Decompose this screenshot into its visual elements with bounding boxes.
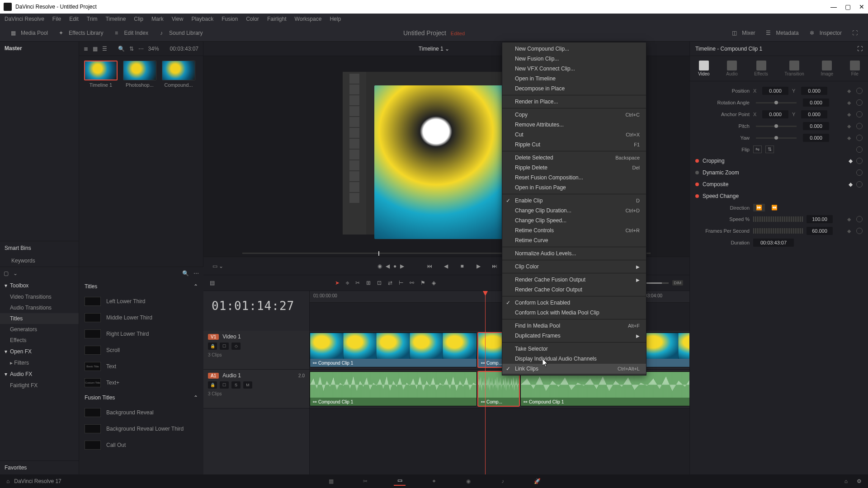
title-text-plus[interactable]: Custom TitleText+ bbox=[79, 375, 203, 391]
context-link-clips[interactable]: ✓Link ClipsCtrl+Alt+L bbox=[502, 364, 646, 374]
selection-tool-icon[interactable]: ➤ bbox=[335, 280, 340, 286]
clip-timeline1[interactable]: Timeline 1 bbox=[84, 61, 118, 88]
audio-clip-3[interactable]: ⚯Compound Clip 1 bbox=[520, 371, 689, 406]
tab-effects[interactable]: Effects bbox=[754, 61, 768, 76]
title-middle-lower-third[interactable]: Middle Lower Third bbox=[79, 310, 203, 326]
menu-file[interactable]: File bbox=[52, 16, 61, 22]
context-ripple-delete[interactable]: Ripple DeleteDel bbox=[502, 163, 646, 173]
menu-trim[interactable]: Trim bbox=[87, 16, 98, 22]
context-open-in-fusion-page[interactable]: Open in Fusion Page bbox=[502, 183, 646, 192]
fx-panel-icon[interactable]: ▢ bbox=[4, 270, 9, 277]
a1-badge[interactable]: A1 bbox=[208, 373, 219, 379]
composite-section[interactable]: Composite◆ bbox=[695, 178, 863, 190]
next-frame-button[interactable]: ⏭ bbox=[490, 262, 499, 271]
position-y-input[interactable]: 0.000 bbox=[801, 87, 827, 95]
flip-h-button[interactable]: ⇋ bbox=[753, 145, 762, 153]
keyframe-icon[interactable]: ◆ bbox=[847, 88, 853, 94]
minimize-button[interactable]: — bbox=[830, 3, 837, 10]
link-icon[interactable]: ⚯ bbox=[410, 280, 414, 286]
page-fairlight[interactable]: ♪ bbox=[497, 477, 509, 486]
openfx-header[interactable]: ▾Open FX bbox=[0, 346, 79, 357]
page-color[interactable]: ◉ bbox=[462, 477, 474, 486]
audiofx-header[interactable]: ▾Audio FX bbox=[0, 368, 79, 380]
track-disable-icon[interactable]: ◇ bbox=[231, 343, 241, 350]
auto-select-icon[interactable]: ☐ bbox=[220, 343, 229, 350]
audio-clip-1[interactable]: ⚯Compound Clip 1 bbox=[310, 371, 477, 406]
favorites-header[interactable]: Favorites bbox=[0, 460, 79, 474]
list-view-icon[interactable]: ≣ bbox=[84, 46, 88, 52]
position-x-input[interactable]: 0.000 bbox=[762, 87, 788, 95]
titles-section-header[interactable]: Titles⌃ bbox=[79, 280, 203, 293]
prev-frame-button[interactable]: ◀ bbox=[441, 262, 450, 271]
dynamic-zoom-section[interactable]: Dynamic Zoom bbox=[695, 167, 863, 178]
close-button[interactable]: ✕ bbox=[859, 3, 864, 10]
smart-bins-header[interactable]: Smart Bins bbox=[0, 241, 79, 255]
fx-search-icon[interactable]: 🔍 bbox=[182, 270, 189, 277]
effects-library-button[interactable]: ✦ Effects Library bbox=[52, 27, 108, 39]
edit-index-button[interactable]: ≡ Edit Index bbox=[108, 27, 153, 39]
tab-file[interactable]: File bbox=[850, 61, 860, 76]
menu-color[interactable]: Color bbox=[246, 16, 259, 22]
match-frame-icon[interactable]: ◉ bbox=[377, 263, 382, 269]
fx-options-icon[interactable]: ⋯ bbox=[193, 270, 199, 277]
fx-titles[interactable]: Titles bbox=[0, 313, 79, 324]
fusion-titles-header[interactable]: Fusion Titles⌃ bbox=[79, 391, 203, 404]
fx-effects[interactable]: Effects bbox=[0, 335, 79, 346]
audio-auto-icon[interactable]: ☐ bbox=[220, 381, 229, 389]
menu-workspace[interactable]: Workspace bbox=[295, 16, 322, 22]
anchor-y-input[interactable]: 0.000 bbox=[801, 110, 827, 118]
menu-clip[interactable]: Clip bbox=[134, 16, 143, 22]
track-lock-icon[interactable]: 🔒 bbox=[208, 343, 217, 350]
snap-icon[interactable]: ⊢ bbox=[399, 280, 403, 286]
clip-photoshop[interactable]: Photoshop... bbox=[123, 61, 157, 88]
menu-view[interactable]: View bbox=[172, 16, 184, 22]
flip-v-button[interactable]: ⇅ bbox=[765, 145, 774, 153]
mute-button[interactable]: M bbox=[243, 381, 252, 389]
cropping-section[interactable]: Cropping◆ bbox=[695, 155, 863, 167]
video-clip-1[interactable]: ⚯Compound Clip 1 bbox=[310, 333, 477, 367]
fx-video-transitions[interactable]: Video Transitions bbox=[0, 291, 79, 302]
context-new-compound-clip-[interactable]: New Compound Clip... bbox=[502, 44, 646, 54]
menu-fusion[interactable]: Fusion bbox=[222, 16, 238, 22]
fps-input[interactable]: 60.000 bbox=[807, 227, 833, 235]
audio-clip-2[interactable]: ⚯Comp... bbox=[478, 371, 519, 406]
context-duplicated-frames[interactable]: Duplicated Frames▶ bbox=[502, 331, 646, 341]
scrub-head[interactable] bbox=[378, 251, 379, 256]
overwrite-tool-icon[interactable]: ⊡ bbox=[377, 280, 382, 286]
context-retime-curve[interactable]: Retime Curve bbox=[502, 235, 646, 245]
menu-edit[interactable]: Edit bbox=[69, 16, 79, 22]
context-display-individual-audio-channels[interactable]: Display Individual Audio Channels bbox=[502, 354, 646, 364]
context-change-clip-speed-[interactable]: Change Clip Speed... bbox=[502, 216, 646, 225]
flag-icon[interactable]: ⚑ bbox=[420, 280, 425, 286]
context-cut[interactable]: CutCtrl+X bbox=[502, 130, 646, 140]
context-clip-color[interactable]: Clip Color▶ bbox=[502, 262, 646, 272]
replace-tool-icon[interactable]: ⇄ bbox=[388, 280, 392, 286]
project-home-icon[interactable]: ⌂ bbox=[844, 478, 848, 484]
tab-video[interactable]: Video bbox=[698, 61, 709, 76]
metadata-button[interactable]: ☰ Metadata bbox=[760, 27, 803, 39]
fusion-title-bg-reveal[interactable]: Background Reveal bbox=[79, 404, 203, 421]
first-frame-button[interactable]: ⏮ bbox=[425, 262, 434, 271]
fx-generators[interactable]: Generators bbox=[0, 324, 79, 335]
context-find-in-media-pool[interactable]: Find In Media PoolAlt+F bbox=[502, 321, 646, 331]
speed-wheel[interactable] bbox=[753, 216, 803, 222]
anchor-x-input[interactable]: 0.000 bbox=[762, 110, 788, 118]
speed-change-section[interactable]: Speed Change bbox=[695, 190, 863, 202]
fx-filters[interactable]: ▸ Filters bbox=[0, 357, 79, 368]
fx-dropdown-icon[interactable]: ⌄ bbox=[13, 270, 18, 277]
home-icon[interactable]: ⌂ bbox=[6, 478, 9, 484]
fps-wheel[interactable] bbox=[753, 228, 803, 234]
audio-lock-icon[interactable]: 🔒 bbox=[208, 381, 217, 389]
master-bin[interactable]: Master bbox=[5, 45, 74, 52]
tab-audio[interactable]: Audio bbox=[726, 61, 738, 76]
inspector-expand-icon[interactable]: ⛶ bbox=[857, 46, 863, 52]
marker-icon[interactable]: ◈ bbox=[432, 280, 436, 286]
context-delete-selected[interactable]: Delete SelectedBackspace bbox=[502, 153, 646, 163]
rotation-input[interactable]: 0.000 bbox=[803, 99, 829, 107]
inspector-button[interactable]: ✲ Inspector bbox=[803, 27, 846, 39]
strip-view-icon[interactable]: ☰ bbox=[102, 46, 107, 52]
tab-transition[interactable]: Transition bbox=[784, 61, 804, 76]
menu-help[interactable]: Help bbox=[330, 16, 341, 22]
rotation-slider[interactable] bbox=[756, 102, 797, 103]
yaw-slider[interactable] bbox=[756, 137, 797, 139]
